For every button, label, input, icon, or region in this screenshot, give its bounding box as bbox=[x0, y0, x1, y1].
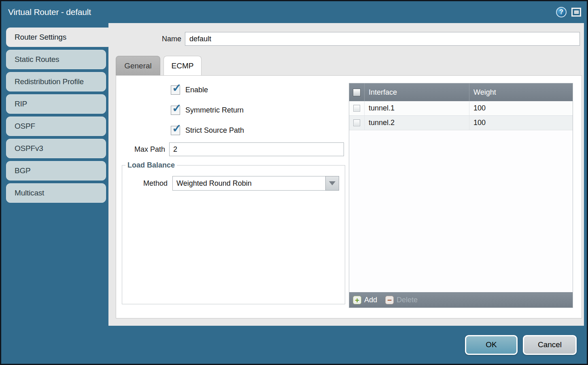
method-label: Method bbox=[129, 179, 168, 188]
content-area: Name General ECMP ✓ Enable bbox=[108, 23, 584, 326]
screen: Virtual Router - default ? Router Settin… bbox=[0, 0, 588, 365]
weight-cell: 100 bbox=[469, 116, 573, 130]
check-icon: ✓ bbox=[172, 81, 181, 95]
symmetric-return-checkbox[interactable]: ✓ bbox=[171, 106, 180, 115]
tab-ecmp[interactable]: ECMP bbox=[163, 56, 202, 75]
sidebar-item-ospfv3[interactable]: OSPFv3 bbox=[6, 139, 106, 158]
cancel-button[interactable]: Cancel bbox=[523, 335, 577, 355]
table-row[interactable]: tunnel.1 100 bbox=[349, 101, 573, 116]
ecmp-panel: ✓ Enable ✓ Symmetric Return ✓ Strict Sou… bbox=[116, 75, 582, 318]
check-icon: ✓ bbox=[172, 122, 181, 135]
name-label: Name bbox=[108, 35, 181, 43]
name-input[interactable] bbox=[185, 32, 580, 46]
strict-source-path-checkbox[interactable]: ✓ bbox=[171, 126, 180, 135]
ecmp-settings-column: ✓ Enable ✓ Symmetric Return ✓ Strict Sou… bbox=[116, 76, 345, 318]
weight-column-header: Weight bbox=[469, 83, 573, 101]
dialog-title: Virtual Router - default bbox=[8, 7, 91, 17]
table-header: Interface Weight bbox=[349, 83, 573, 101]
sidebar-item-router-settings[interactable]: Router Settings bbox=[6, 28, 108, 47]
window-icon[interactable] bbox=[571, 8, 581, 17]
strict-source-path-row: ✓ Strict Source Path bbox=[171, 125, 345, 136]
row-checkbox[interactable] bbox=[353, 105, 360, 112]
add-button-label: Add bbox=[364, 296, 377, 304]
interface-cell: tunnel.2 bbox=[365, 116, 469, 130]
load-balance-legend: Load Balance bbox=[125, 161, 177, 170]
max-path-input[interactable] bbox=[169, 142, 344, 156]
window-icon-inner bbox=[574, 11, 579, 14]
delete-button[interactable]: − Delete bbox=[385, 296, 418, 304]
symmetric-return-row: ✓ Symmetric Return bbox=[171, 105, 345, 115]
max-path-label: Max Path bbox=[122, 145, 165, 154]
interface-table: Interface Weight tunnel.1 100 tunnel.2 1… bbox=[349, 83, 573, 308]
titlebar-icons: ? bbox=[556, 7, 581, 17]
table-empty-area bbox=[349, 130, 573, 292]
row-checkbox-cell bbox=[349, 101, 365, 115]
virtual-router-dialog: Virtual Router - default ? Router Settin… bbox=[1, 1, 587, 364]
minus-icon: − bbox=[385, 296, 394, 304]
sidebar-item-multicast[interactable]: Multicast bbox=[6, 183, 106, 203]
sidebar-item-ospf[interactable]: OSPF bbox=[6, 117, 106, 136]
interface-cell: tunnel.1 bbox=[365, 101, 469, 115]
tab-strip: General ECMP bbox=[108, 56, 584, 75]
enable-row: ✓ Enable bbox=[171, 85, 345, 95]
sidebar-item-rip[interactable]: RIP bbox=[6, 94, 106, 114]
enable-checkbox[interactable]: ✓ bbox=[171, 85, 180, 95]
sidebar-item-bgp[interactable]: BGP bbox=[6, 161, 106, 180]
dialog-footer: OK Cancel bbox=[1, 326, 587, 364]
row-checkbox[interactable] bbox=[353, 119, 360, 126]
symmetric-return-label: Symmetric Return bbox=[185, 106, 244, 115]
load-balance-fieldset: Load Balance Method bbox=[122, 161, 345, 304]
select-all-checkbox[interactable] bbox=[353, 89, 361, 96]
method-row: Method bbox=[129, 176, 345, 191]
select-all-cell bbox=[349, 83, 365, 101]
add-button[interactable]: + Add bbox=[353, 296, 377, 304]
method-dropdown-button[interactable] bbox=[325, 176, 339, 191]
main-row: Router Settings Static Routes Redistribu… bbox=[1, 23, 587, 326]
table-footer: + Add − Delete bbox=[349, 292, 573, 308]
sidebar: Router Settings Static Routes Redistribu… bbox=[1, 23, 108, 326]
check-icon: ✓ bbox=[172, 102, 181, 115]
enable-label: Enable bbox=[185, 86, 208, 94]
strict-source-path-label: Strict Source Path bbox=[185, 126, 244, 135]
help-icon[interactable]: ? bbox=[556, 7, 567, 17]
delete-button-label: Delete bbox=[397, 296, 418, 304]
max-path-row: Max Path bbox=[122, 142, 345, 156]
tab-general[interactable]: General bbox=[116, 56, 160, 75]
method-input[interactable] bbox=[172, 176, 325, 191]
ok-button[interactable]: OK bbox=[465, 335, 518, 355]
plus-icon: + bbox=[353, 296, 361, 304]
titlebar: Virtual Router - default ? bbox=[1, 1, 587, 23]
weight-cell: 100 bbox=[469, 101, 573, 115]
row-checkbox-cell bbox=[349, 116, 365, 130]
chevron-down-icon bbox=[329, 181, 335, 185]
sidebar-item-static-routes[interactable]: Static Routes bbox=[6, 50, 106, 69]
interface-column-header: Interface bbox=[365, 83, 469, 101]
table-row[interactable]: tunnel.2 100 bbox=[349, 116, 573, 130]
name-row: Name bbox=[108, 32, 584, 46]
sidebar-item-redistribution-profile[interactable]: Redistribution Profile bbox=[6, 72, 106, 91]
